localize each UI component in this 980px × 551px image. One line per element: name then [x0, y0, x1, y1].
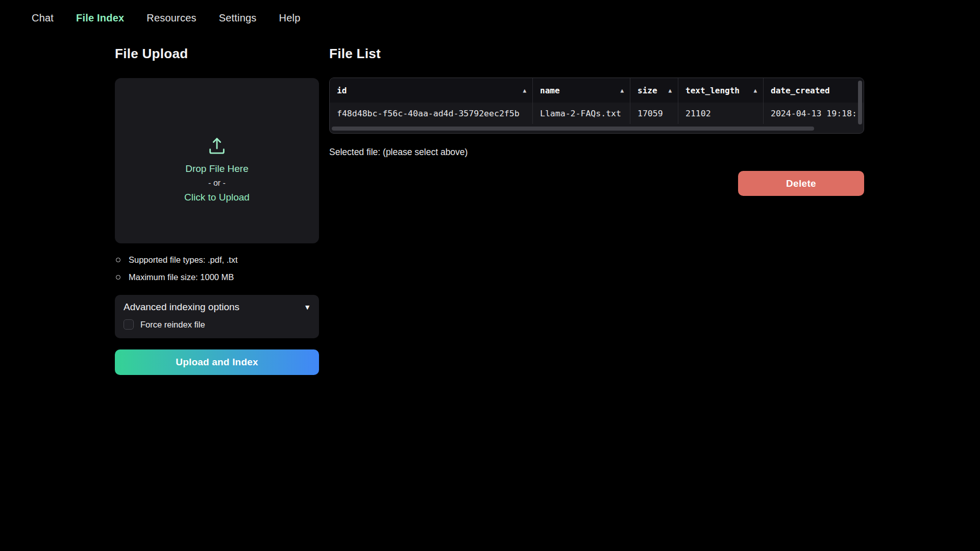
col-header-date-created[interactable]: date_created	[764, 78, 864, 103]
cell-text-length[interactable]: 21102	[678, 103, 764, 124]
note-max-size: Maximum file size: 1000 MB	[116, 272, 319, 282]
cell-date-created[interactable]: 2024-04-13 19:18:	[764, 103, 864, 124]
sort-asc-icon[interactable]: ▲	[523, 87, 526, 94]
cell-name[interactable]: Llama-2-FAQs.txt	[533, 103, 630, 124]
col-label: size	[638, 86, 657, 95]
col-label: name	[540, 86, 560, 95]
file-list-title: File List	[329, 46, 381, 62]
col-header-size[interactable]: size ▲	[630, 78, 678, 103]
selected-file-status: Selected file: (please select above)	[329, 147, 468, 158]
cell-id[interactable]: f48d48bc-f56c-40aa-ad4d-35792eec2f5b	[330, 103, 533, 124]
file-upload-title: File Upload	[115, 46, 319, 62]
tab-file-index[interactable]: File Index	[76, 12, 124, 24]
sort-asc-icon[interactable]: ▲	[668, 87, 672, 94]
upload-icon	[207, 136, 227, 156]
delete-button[interactable]: Delete	[738, 171, 864, 196]
force-reindex-label: Force reindex file	[140, 320, 205, 330]
advanced-options-accordion: Advanced indexing options ▼ Force reinde…	[115, 295, 319, 338]
upload-and-index-button[interactable]: Upload and Index	[115, 349, 319, 375]
tab-help[interactable]: Help	[279, 12, 301, 24]
accordion-header[interactable]: Advanced indexing options ▼	[124, 302, 311, 313]
top-nav: Chat File Index Resources Settings Help	[0, 0, 980, 36]
col-header-name[interactable]: name ▲	[533, 78, 630, 103]
tab-chat[interactable]: Chat	[32, 12, 54, 24]
click-to-upload-link[interactable]: Click to Upload	[184, 192, 250, 203]
file-table: id ▲ name ▲ size ▲ text_length ▲ date_cr…	[329, 78, 864, 134]
bullet-icon	[116, 258, 120, 262]
col-label: text_length	[685, 86, 740, 95]
or-label: - or -	[208, 179, 226, 188]
upload-notes: Supported file types: .pdf, .txt Maximum…	[116, 255, 319, 290]
vertical-scrollbar-thumb[interactable]	[858, 81, 862, 124]
chevron-down-icon[interactable]: ▼	[304, 303, 311, 311]
note-text: Maximum file size: 1000 MB	[129, 272, 234, 282]
drop-file-here-label: Drop File Here	[185, 163, 249, 174]
force-reindex-checkbox[interactable]	[124, 319, 134, 330]
sort-asc-icon[interactable]: ▲	[620, 87, 624, 94]
force-reindex-row: Force reindex file	[124, 319, 311, 330]
file-dropzone[interactable]: Drop File Here - or - Click to Upload	[115, 78, 319, 243]
col-label: id	[337, 86, 347, 95]
horizontal-scrollbar-thumb[interactable]	[332, 127, 814, 131]
horizontal-scrollbar[interactable]	[332, 127, 857, 131]
col-label: date_created	[771, 86, 830, 95]
bullet-icon	[116, 275, 120, 280]
sort-asc-icon[interactable]: ▲	[753, 87, 757, 94]
accordion-title: Advanced indexing options	[124, 302, 239, 313]
note-supported-types: Supported file types: .pdf, .txt	[116, 255, 319, 265]
table-header-row: id ▲ name ▲ size ▲ text_length ▲ date_cr…	[330, 78, 864, 103]
col-header-id[interactable]: id ▲	[330, 78, 533, 103]
cell-size[interactable]: 17059	[630, 103, 678, 124]
note-text: Supported file types: .pdf, .txt	[129, 255, 238, 265]
col-header-text-length[interactable]: text_length ▲	[678, 78, 764, 103]
table-row[interactable]: f48d48bc-f56c-40aa-ad4d-35792eec2f5b Lla…	[330, 103, 864, 124]
tab-resources[interactable]: Resources	[146, 12, 196, 24]
tab-settings[interactable]: Settings	[219, 12, 257, 24]
